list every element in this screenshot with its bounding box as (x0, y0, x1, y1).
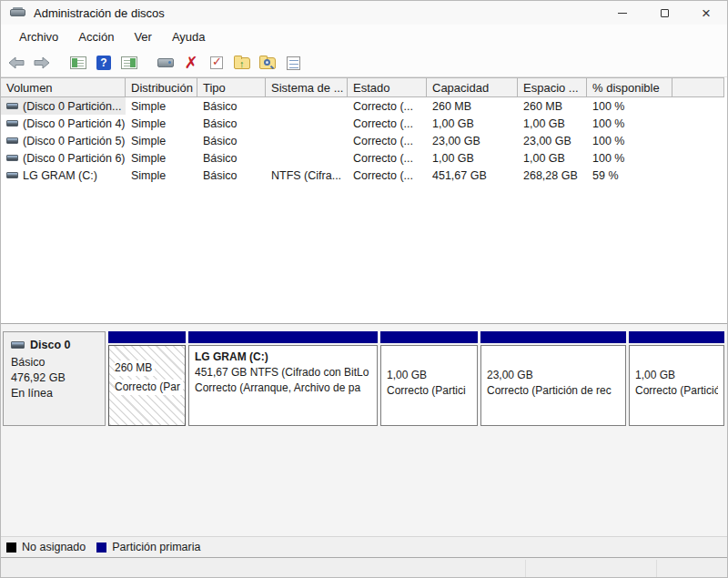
partition-size: 23,00 GB (487, 368, 620, 383)
title-bar: Administración de discos × (1, 1, 727, 25)
minimize-icon (618, 13, 627, 14)
volume-icon (6, 155, 18, 161)
column-header-tipo[interactable]: Tipo (197, 77, 266, 97)
open-folder-button[interactable]: ↑ (232, 53, 252, 73)
cell-disponible: 59 % (587, 169, 672, 182)
cell-distribucion: Simple (126, 117, 197, 130)
column-header-sistema[interactable]: Sistema de ... (266, 77, 348, 97)
unallocated-color-swatch (6, 543, 16, 553)
partition-4-body: 23,00 GB Correcto (Partición de rec (480, 345, 626, 426)
column-header-espacio[interactable]: Espacio ... (518, 77, 587, 97)
properties-button[interactable] (283, 53, 303, 73)
cell-distribucion: Simple (126, 135, 197, 147)
partition-color-bar (108, 331, 186, 343)
help-button[interactable]: ? (94, 53, 114, 73)
disk-type: Básico (11, 355, 97, 370)
volume-row-4[interactable]: (Disco 0 Partición 6) Simple Básico Corr… (1, 149, 727, 167)
volume-name-cell: (Disco 0 Partición 5) (1, 132, 126, 149)
volume-name-cell: (Disco 0 Partición 4) (1, 115, 126, 132)
show-action-pane-icon (121, 56, 137, 69)
menu-ver[interactable]: Ver (124, 27, 162, 46)
volume-name: (Disco 0 Partición 5) (23, 135, 126, 147)
partition-1[interactable]: 260 MB Correcto (Par (108, 331, 186, 426)
volume-row-5[interactable]: LG GRAM (C:) Simple Básico NTFS (Cifra..… (1, 167, 727, 184)
cell-sistema: NTFS (Cifra... (266, 169, 348, 182)
cell-capacidad: 260 MB (427, 100, 518, 113)
menu-archivo[interactable]: Archivo (9, 27, 68, 46)
volume-row-2[interactable]: (Disco 0 Partición 4) Simple Básico Corr… (1, 115, 727, 132)
status-divider (656, 560, 657, 578)
status-divider (525, 560, 526, 578)
explore-folder-button[interactable] (258, 53, 278, 73)
partition-5[interactable]: 1,00 GB Correcto (Partició (629, 331, 724, 426)
disk-drive-icon (10, 7, 25, 18)
menu-ayuda[interactable]: Ayuda (162, 27, 216, 46)
legend-label: No asignado (22, 541, 86, 553)
partition-status: Correcto (Par (115, 380, 183, 395)
disk-name: Disco 0 (30, 339, 70, 351)
volume-list: Volumen Distribución Tipo Sistema de ...… (1, 77, 727, 323)
show-console-tree-icon (70, 56, 86, 69)
partition-status: Correcto (Arranque, Archivo de pa (195, 380, 371, 396)
cell-distribucion: Simple (126, 152, 197, 165)
disk-0-header[interactable]: Disco 0 Básico 476,92 GB En línea (3, 331, 106, 426)
minimize-button[interactable] (602, 1, 643, 25)
partition-3[interactable]: 1,00 GB Correcto (Partici (380, 331, 478, 426)
column-header-distribucion[interactable]: Distribución (126, 77, 197, 97)
menu-bar: Archivo Acción Ver Ayuda (1, 25, 727, 49)
back-button[interactable] (6, 53, 26, 73)
cell-espacio: 23,00 GB (518, 135, 587, 147)
cell-tipo: Básico (197, 152, 266, 165)
column-header-disponible[interactable]: % disponible (587, 77, 672, 97)
volume-name: (Disco 0 Partición 6) (23, 152, 126, 165)
cell-capacidad: 1,00 GB (427, 117, 518, 130)
partition-color-bar (380, 331, 478, 343)
disk-size: 476,92 GB (11, 370, 97, 386)
volume-name: LG GRAM (C:) (23, 169, 97, 182)
partition-color-bar (480, 331, 626, 343)
volume-icon (6, 172, 18, 178)
close-button[interactable]: × (685, 1, 727, 25)
explore-folder-icon (259, 57, 276, 69)
status-strip (1, 558, 727, 578)
mark-partition-active-button[interactable] (207, 53, 227, 73)
partition-4[interactable]: 23,00 GB Correcto (Partición de rec (480, 331, 626, 426)
partition-3-body: 1,00 GB Correcto (Partici (380, 345, 478, 426)
legend-label: Partición primaria (112, 541, 200, 553)
forward-button[interactable] (32, 53, 52, 73)
volume-row-1[interactable]: (Disco 0 Partición... Simple Básico Corr… (1, 97, 727, 115)
cell-tipo: Básico (197, 100, 266, 113)
column-header-estado[interactable]: Estado (348, 77, 427, 97)
properties-icon (287, 56, 300, 70)
volume-icon (6, 120, 18, 127)
cell-espacio: 260 MB (518, 100, 587, 113)
column-header-empty[interactable] (672, 77, 724, 97)
volume-name-cell: LG GRAM (C:) (1, 167, 126, 184)
legend-primary-partition: Partición primaria (96, 541, 200, 553)
column-header-capacidad[interactable]: Capacidad (427, 77, 518, 97)
close-icon: × (702, 5, 711, 21)
forward-icon (34, 56, 50, 69)
show-console-tree-button[interactable] (68, 53, 88, 73)
window-title: Administración de discos (34, 6, 165, 20)
open-folder-icon: ↑ (234, 57, 250, 69)
volume-name-cell: (Disco 0 Partición 6) (1, 149, 126, 167)
volume-name-cell: (Disco 0 Partición... (1, 97, 126, 115)
show-action-pane-button[interactable] (119, 53, 139, 73)
column-header-volumen[interactable]: Volumen (1, 77, 126, 97)
disk-tools-button[interactable] (156, 53, 176, 73)
partition-status: Correcto (Partici (387, 383, 471, 399)
maximize-button[interactable] (643, 1, 685, 25)
menu-accion[interactable]: Acción (68, 27, 124, 46)
disk-status: En línea (11, 386, 97, 401)
cell-estado: Correcto (... (348, 152, 427, 165)
maximize-icon (661, 9, 669, 17)
delete-volume-button[interactable]: ✗ (181, 53, 201, 73)
cell-tipo: Básico (197, 117, 266, 130)
cell-estado: Correcto (... (348, 169, 427, 182)
partition-2[interactable]: LG GRAM (C:) 451,67 GB NTFS (Cifrado con… (188, 331, 378, 426)
volume-row-3[interactable]: (Disco 0 Partición 5) Simple Básico Corr… (1, 132, 727, 149)
partition-5-body: 1,00 GB Correcto (Partició (629, 345, 724, 426)
volume-icon (6, 103, 18, 109)
cell-capacidad: 23,00 GB (427, 135, 518, 147)
